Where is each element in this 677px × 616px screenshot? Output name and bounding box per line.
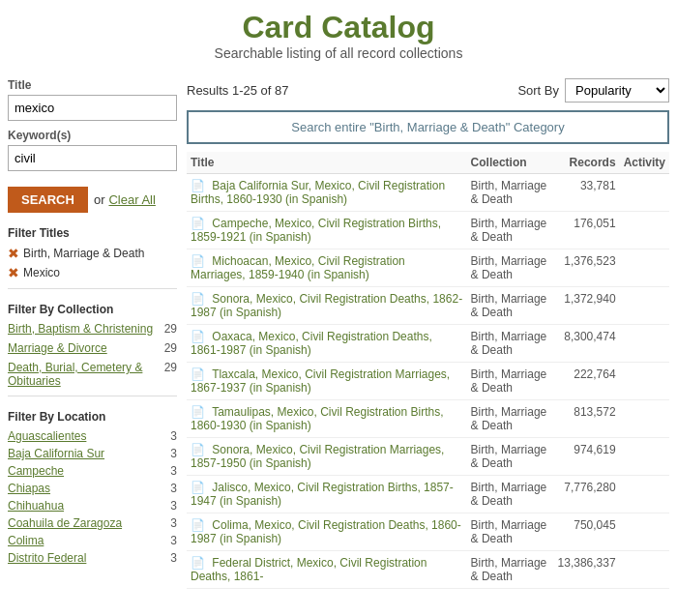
filter-collection-label: Filter By Collection: [8, 303, 177, 316]
record-title-link[interactable]: Colima, Mexico, Civil Registration Death…: [191, 518, 461, 545]
header: Card Catalog Searchable listing of all r…: [0, 0, 677, 69]
document-icon: 📄: [191, 179, 205, 192]
location-aguascalientes[interactable]: Aguascalientes 3: [8, 429, 177, 443]
col-records: Records: [554, 152, 620, 174]
table-row: 📄 Tlaxcala, Mexico, Civil Registration M…: [187, 363, 669, 400]
location-campeche[interactable]: Campeche 3: [8, 464, 177, 478]
table-row: 📄 Campeche, Mexico, Civil Registration B…: [187, 212, 669, 249]
document-icon: 📄: [191, 367, 205, 381]
results-bar: Results 1-25 of 87 Sort By Popularity Ti…: [187, 78, 669, 103]
record-count-cell: 1,372,940: [554, 287, 620, 325]
record-activity-cell: [620, 325, 669, 363]
record-collection-cell: Birth, Marriage & Death: [467, 212, 554, 249]
record-collection-cell: Birth, Marriage & Death: [467, 249, 554, 287]
col-activity: Activity: [620, 152, 669, 174]
record-activity-cell: [620, 363, 669, 400]
record-title-cell: 📄 Sonora, Mexico, Civil Registration Mar…: [187, 438, 467, 476]
location-baja[interactable]: Baja California Sur 3: [8, 447, 177, 460]
record-title-link[interactable]: Oaxaca, Mexico, Civil Registration Death…: [191, 330, 432, 357]
table-row: 📄 Oaxaca, Mexico, Civil Registration Dea…: [187, 325, 669, 363]
results-table: Title Collection Records Activity 📄 Baja…: [187, 152, 669, 589]
record-collection-cell: Birth, Marriage & Death: [467, 174, 554, 212]
clear-all-button[interactable]: Clear All: [108, 192, 155, 207]
record-collection-cell: Birth, Marriage & Death: [467, 325, 554, 363]
record-title-link[interactable]: Sonora, Mexico, Civil Registration Death…: [191, 292, 462, 319]
sort-select[interactable]: Popularity Title A-Z Title Z-A Newest: [565, 78, 669, 103]
record-title-cell: 📄 Michoacan, Mexico, Civil Registration …: [187, 249, 467, 287]
table-row: 📄 Michoacan, Mexico, Civil Registration …: [187, 249, 669, 287]
active-filter-mexico[interactable]: ✖ Mexico: [8, 265, 177, 280]
col-title: Title: [187, 152, 467, 174]
active-filter-mexico-label: Mexico: [23, 266, 60, 279]
record-collection-cell: Birth, Marriage & Death: [467, 513, 554, 551]
filter-location-section: Filter By Location Aguascalientes 3 Baja…: [8, 410, 177, 565]
sort-by-label: Sort By: [517, 83, 559, 98]
active-filter-birth-label: Birth, Marriage & Death: [23, 247, 144, 260]
record-title-cell: 📄 Campeche, Mexico, Civil Registration B…: [187, 212, 467, 249]
record-title-link[interactable]: Michoacan, Mexico, Civil Registration Ma…: [191, 254, 405, 281]
record-count-cell: 7,776,280: [554, 476, 620, 513]
filter-collection-section: Filter By Collection Birth, Baptism & Ch…: [8, 303, 177, 388]
record-title-link[interactable]: Sonora, Mexico, Civil Registration Marri…: [191, 443, 444, 470]
record-title-link[interactable]: Tamaulipas, Mexico, Civil Registration B…: [191, 405, 444, 432]
record-collection-cell: Birth, Marriage & Death: [467, 476, 554, 513]
active-filter-birth[interactable]: ✖ Birth, Marriage & Death: [8, 246, 177, 261]
record-count-cell: 974,619: [554, 438, 620, 476]
record-collection-cell: Birth, Marriage & Death: [467, 287, 554, 325]
document-icon: 📄: [191, 556, 205, 570]
record-count-cell: 13,386,337: [554, 551, 620, 589]
record-activity-cell: [620, 400, 669, 438]
record-title-cell: 📄 Tlaxcala, Mexico, Civil Registration M…: [187, 363, 467, 400]
collection-filter-marriage-count: 29: [164, 341, 177, 355]
record-count-cell: 8,300,474: [554, 325, 620, 363]
record-title-link[interactable]: Tlaxcala, Mexico, Civil Registration Mar…: [191, 367, 450, 395]
table-row: 📄 Jalisco, Mexico, Civil Registration Bi…: [187, 476, 669, 513]
collection-filter-birth-name[interactable]: Birth, Baptism & Christening: [8, 322, 153, 336]
table-row: 📄 Federal District, Mexico, Civil Regist…: [187, 551, 669, 589]
collection-filter-death[interactable]: Death, Burial, Cemetery & Obituaries 29: [8, 361, 177, 388]
table-row: 📄 Colima, Mexico, Civil Registration Dea…: [187, 513, 669, 551]
sort-by-section: Sort By Popularity Title A-Z Title Z-A N…: [517, 78, 669, 103]
record-count-cell: 222,764: [554, 363, 620, 400]
record-title-cell: 📄 Federal District, Mexico, Civil Regist…: [187, 551, 467, 589]
document-icon: 📄: [191, 330, 205, 343]
record-activity-cell: [620, 287, 669, 325]
record-activity-cell: [620, 476, 669, 513]
location-colima[interactable]: Colima 3: [8, 534, 177, 547]
record-title-cell: 📄 Jalisco, Mexico, Civil Registration Bi…: [187, 476, 467, 513]
search-category-button[interactable]: Search entire "Birth, Marriage & Death" …: [187, 110, 669, 144]
remove-birth-filter-icon[interactable]: ✖: [8, 246, 19, 261]
record-activity-cell: [620, 513, 669, 551]
record-title-link[interactable]: Federal District, Mexico, Civil Registra…: [191, 556, 427, 583]
record-title-link[interactable]: Baja California Sur, Mexico, Civil Regis…: [191, 179, 445, 206]
table-row: 📄 Tamaulipas, Mexico, Civil Registration…: [187, 400, 669, 438]
location-distrito[interactable]: Distrito Federal 3: [8, 551, 177, 565]
record-title-link[interactable]: Jalisco, Mexico, Civil Registration Birt…: [191, 481, 454, 508]
title-input[interactable]: [8, 95, 177, 121]
record-activity-cell: [620, 174, 669, 212]
document-icon: 📄: [191, 518, 205, 532]
location-chihuahua[interactable]: Chihuahua 3: [8, 499, 177, 513]
collection-filter-birth[interactable]: Birth, Baptism & Christening 29: [8, 322, 177, 336]
record-activity-cell: [620, 551, 669, 589]
remove-mexico-filter-icon[interactable]: ✖: [8, 265, 19, 280]
table-row: 📄 Sonora, Mexico, Civil Registration Dea…: [187, 287, 669, 325]
results-text: Results 1-25 of 87: [187, 83, 289, 98]
table-row: 📄 Sonora, Mexico, Civil Registration Mar…: [187, 438, 669, 476]
filter-location-label: Filter By Location: [8, 410, 177, 424]
record-title-cell: 📄 Sonora, Mexico, Civil Registration Dea…: [187, 287, 467, 325]
page-subtitle: Searchable listing of all record collect…: [0, 45, 677, 61]
location-chiapas[interactable]: Chiapas 3: [8, 482, 177, 495]
search-button[interactable]: SEARCH: [8, 187, 88, 213]
record-collection-cell: Birth, Marriage & Death: [467, 438, 554, 476]
collection-filter-death-name[interactable]: Death, Burial, Cemetery & Obituaries: [8, 361, 164, 388]
keywords-input[interactable]: [8, 145, 177, 171]
record-title-link[interactable]: Campeche, Mexico, Civil Registration Bir…: [191, 217, 441, 244]
collection-filter-marriage-name[interactable]: Marriage & Divorce: [8, 341, 107, 355]
document-icon: 📄: [191, 254, 205, 268]
collection-filter-marriage[interactable]: Marriage & Divorce 29: [8, 341, 177, 355]
record-count-cell: 813,572: [554, 400, 620, 438]
record-collection-cell: Birth, Marriage & Death: [467, 363, 554, 400]
record-count-cell: 176,051: [554, 212, 620, 249]
location-coahuila[interactable]: Coahuila de Zaragoza 3: [8, 516, 177, 530]
